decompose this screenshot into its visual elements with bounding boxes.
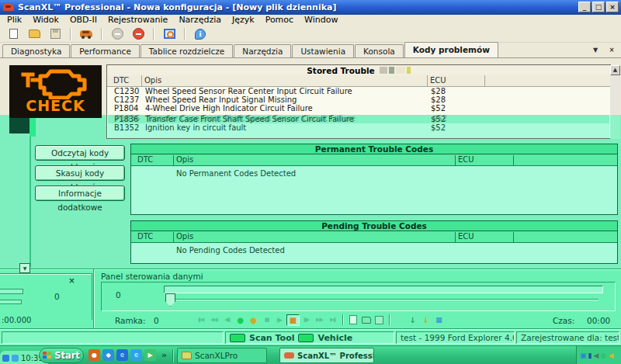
pause-button[interactable]: ▮▮ xyxy=(260,314,273,326)
menu-plik[interactable]: Plik xyxy=(2,15,27,26)
quick-launch-icon-4[interactable]: e xyxy=(130,349,142,361)
dashboard-designer-button[interactable] xyxy=(161,27,178,41)
quick-launch-icon-3[interactable]: e xyxy=(116,349,128,361)
vehicle-button[interactable] xyxy=(78,27,95,41)
menu-bar: PlikWidokOBD-IIRejestrowanieNarzędziaJęz… xyxy=(0,15,621,26)
tab-konsola[interactable]: Konsola xyxy=(355,44,404,57)
stored-row-P1836[interactable]: P1836Transfer Case Front Shaft Speed Sen… xyxy=(108,115,609,123)
export-alt-button[interactable]: ↓ xyxy=(419,314,432,326)
open-log-button[interactable] xyxy=(359,314,373,326)
clear-codes-button[interactable]: Skasuj kody problemów xyxy=(35,165,125,181)
export-button[interactable]: ↓ xyxy=(406,314,419,326)
tab-menu-icon[interactable]: ▼ xyxy=(590,45,601,56)
menu-j-zyk[interactable]: Język xyxy=(227,15,260,26)
connect-button[interactable] xyxy=(130,27,147,41)
taskbar-button-scanxl-active[interactable]: ScanXL™ Professional... xyxy=(279,348,374,363)
save-button[interactable] xyxy=(47,27,64,41)
mark-button[interactable]: ● xyxy=(247,314,260,326)
start-button[interactable]: Start xyxy=(39,348,84,363)
tray-app-icon xyxy=(12,355,19,362)
new-file-icon xyxy=(9,29,18,39)
time-label: Czas: xyxy=(553,316,574,325)
skip-start-button[interactable]: ▮◀ xyxy=(194,314,207,326)
pending-table-header: DTC Opis ECU xyxy=(131,231,617,243)
scrollbar-up-icon[interactable]: ▲ xyxy=(610,65,620,75)
read-codes-button[interactable]: Odczytaj kody problemów xyxy=(35,145,125,161)
tray-network-icon[interactable]: ▣ xyxy=(580,352,587,359)
stored-row-C1230[interactable]: C1230Wheel Speed Sensor Rear Center Inpu… xyxy=(108,87,609,95)
tab-close-icon[interactable]: × xyxy=(606,45,617,56)
cell-dtc: C1230 xyxy=(114,87,139,95)
new-file-button[interactable] xyxy=(5,27,22,41)
stored-row-P1804[interactable]: P18044-Wheel Drive High Indicator Circui… xyxy=(108,104,609,113)
tray-sound-icon[interactable]: ◀ xyxy=(608,352,613,359)
taskbar-button-scanxlpro[interactable]: ScanXLPro xyxy=(177,348,267,363)
vehicle-label: Vehicle xyxy=(317,333,352,343)
toolbar-separator xyxy=(101,28,102,40)
skip-end-button[interactable]: ▶▮ xyxy=(326,314,339,326)
record-button[interactable]: ● xyxy=(234,314,247,326)
scrollbar-track-green[interactable] xyxy=(610,115,620,139)
menu-window[interactable]: Window xyxy=(299,15,343,26)
tab-tablice-rozdzielcze[interactable]: Tablice rozdzielcze xyxy=(141,44,233,57)
rewind-button[interactable]: ◀◀ xyxy=(207,314,220,326)
close-button[interactable]: × xyxy=(606,2,619,12)
quick-launch-icon-2[interactable]: ◆ xyxy=(102,349,114,361)
tab-narz-dzia[interactable]: Narzędzia xyxy=(234,44,291,57)
frame-back-button[interactable]: ◀▮ xyxy=(220,314,234,326)
tab-diagnostyka[interactable]: Diagnostyka xyxy=(2,44,70,57)
slider-track[interactable] xyxy=(164,286,603,293)
tray-device-icon[interactable]: ▮ xyxy=(588,352,592,359)
quick-launch-icon-5[interactable]: ▶ xyxy=(144,349,156,361)
tray-volume-muted-icon[interactable]: ◀ xyxy=(593,352,598,359)
menu-rejestrowanie[interactable]: Rejestrowanie xyxy=(102,15,173,26)
stop-button[interactable]: ■ xyxy=(286,314,300,326)
new-log-button[interactable] xyxy=(346,314,359,326)
save-log-icon xyxy=(375,316,383,324)
glitch-close-icon[interactable]: × xyxy=(67,276,77,286)
menu-obd-ii[interactable]: OBD-II xyxy=(64,15,102,26)
slider-groove[interactable] xyxy=(167,299,598,300)
menu-pomoc[interactable]: Pomoc xyxy=(260,15,299,26)
stored-row-C1237[interactable]: C1237Wheel Speed Rear Input Signal Missi… xyxy=(108,95,609,104)
open-file-button[interactable] xyxy=(26,27,43,41)
disconnect-icon xyxy=(112,28,123,40)
tab-performance[interactable]: Performance xyxy=(71,44,140,57)
panel-divider xyxy=(93,269,94,329)
play-button[interactable]: ▶ xyxy=(273,314,286,326)
restore-button[interactable]: □ xyxy=(592,2,605,12)
pending-title: Pending Trouble Codes xyxy=(131,221,617,231)
info-button[interactable] xyxy=(192,27,209,41)
menu-widok[interactable]: Widok xyxy=(27,15,64,26)
grid-view-button[interactable]: ▦ xyxy=(432,314,446,326)
quick-launch-overflow[interactable]: » xyxy=(161,350,167,360)
menu-narz-dzia[interactable]: Narzędzia xyxy=(173,15,227,26)
toolbar xyxy=(0,26,621,43)
data-control-panel: Panel sterowania danymi 0 :00.000 Ramka:… xyxy=(0,269,621,328)
additional-info-button[interactable]: Informacje dodatkowe xyxy=(35,185,125,201)
column-ecu: ECU xyxy=(458,155,474,165)
toolbar-separator xyxy=(184,28,186,40)
frame-forward-button[interactable]: ▮▶ xyxy=(300,314,313,326)
save-log-button[interactable] xyxy=(373,314,386,326)
dropdown-arrow-icon[interactable]: ▼ xyxy=(19,263,30,273)
tab-kody-problem-w[interactable]: Kody problemów xyxy=(404,42,498,57)
cell-ecu: $28 xyxy=(431,87,446,95)
quick-launch-bar: ●◆ee▶» xyxy=(88,349,167,361)
column-opis: Opis xyxy=(144,76,161,85)
stored-row-B1352[interactable]: B1352Ignition key in circuit fault$52 xyxy=(108,123,609,132)
column-dtc: DTC xyxy=(137,155,153,165)
scrollbar-track[interactable] xyxy=(610,75,620,115)
slider-thumb[interactable] xyxy=(165,293,175,307)
glitch-vertical-line xyxy=(29,137,31,267)
fast-forward-button[interactable]: ▶▶ xyxy=(313,314,326,326)
tray-status-icon[interactable]: ● xyxy=(600,352,606,359)
quick-launch-icon-1[interactable]: ● xyxy=(88,349,100,361)
minimize-button[interactable]: _ xyxy=(578,2,591,12)
annotate-button[interactable]: ✎ xyxy=(393,314,406,326)
status-registered: Zarejestrowane dla: test (test) xyxy=(516,331,619,344)
disconnect-button[interactable] xyxy=(109,27,126,41)
tab-ustawienia[interactable]: Ustawienia xyxy=(292,44,354,57)
scanxl-window: ScanXL™ Professional - Nowa konfiguracja… xyxy=(0,0,621,364)
cell-ecu: $52 xyxy=(431,104,446,113)
